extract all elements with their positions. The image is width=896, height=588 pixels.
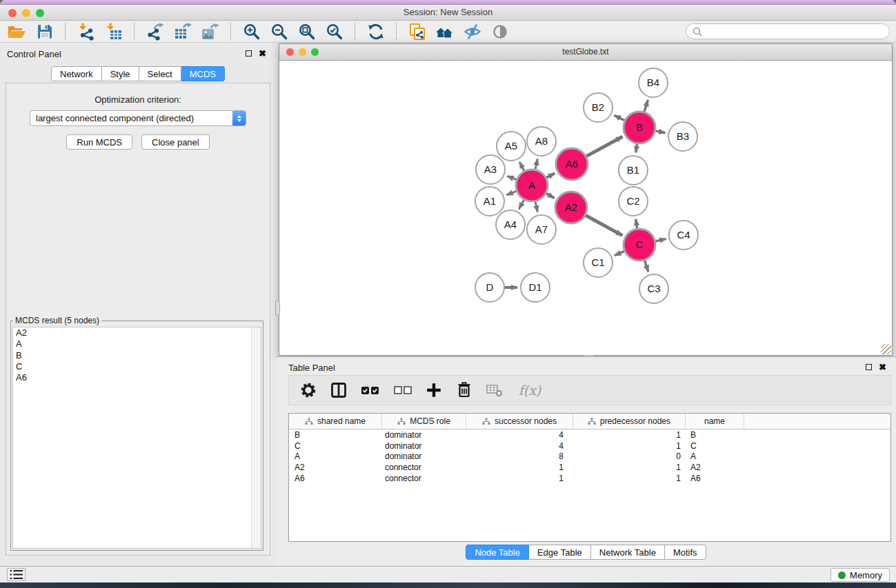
graph-edge-A-A2[interactable] [546,193,555,198]
close-table-panel-icon[interactable]: ✖ [879,363,886,372]
window-resize-grip[interactable] [881,344,891,354]
close-network-window-button[interactable] [286,48,294,56]
unselect-all-columns-button[interactable] [392,380,414,401]
column-header-predecessor-nodes[interactable]: predecessor nodes [573,414,686,429]
table-row[interactable]: A2 connector 1 1 A2 [289,462,890,473]
refresh-button[interactable] [365,22,386,41]
graph-edge-A-A8[interactable] [535,159,538,170]
export-table-button[interactable] [172,22,193,41]
hide-selected-button[interactable] [461,22,483,41]
tab-motifs[interactable]: Motifs [665,545,706,560]
tab-mcds[interactable]: MCDS [181,66,225,81]
minimize-window-button[interactable] [22,9,30,17]
toolbar-separator [230,23,231,40]
export-network-button[interactable] [144,22,166,41]
column-header-mcds-role[interactable]: MCDS role [382,414,466,429]
close-window-button[interactable] [8,9,17,17]
save-session-button[interactable] [34,22,55,41]
graph-edge-A2-C[interactable] [585,215,622,236]
column-header-successor-nodes[interactable]: successor nodes [466,414,573,429]
graph-edge-C-C4[interactable] [655,239,666,242]
tab-node-table[interactable]: Node Table [466,545,529,560]
export-image-button[interactable] [199,22,221,41]
zoom-network-window-button[interactable] [311,48,319,56]
cell-successor-nodes: 1 [466,463,573,472]
search-input[interactable] [706,26,883,37]
table-settings-button[interactable] [298,380,319,401]
table-row[interactable]: A dominator 8 0 A [289,451,890,462]
tab-style[interactable]: Style [102,66,139,81]
result-item[interactable]: A [13,338,261,349]
graph-edge-A-A6[interactable] [546,173,555,178]
search-box[interactable] [686,23,890,39]
graph-edge-A6-B[interactable] [586,136,622,156]
tab-select[interactable]: Select [139,66,181,81]
first-neighbors-button[interactable] [434,22,455,41]
create-column-button[interactable] [424,380,444,401]
graph-edge-A-A1[interactable] [506,191,517,195]
memory-button[interactable]: Memory [830,568,890,582]
graph-edge-B-B2[interactable] [614,115,625,121]
zoom-window-button[interactable] [36,9,44,17]
close-panel-icon[interactable]: ✖ [259,49,266,58]
result-item[interactable]: B [13,350,261,361]
column-header-name[interactable]: name [686,414,744,429]
delete-column-button[interactable] [454,380,475,401]
run-mcds-button[interactable]: Run MCDS [66,134,132,150]
header-filler [744,414,890,429]
delete-table-button[interactable] [484,380,505,401]
graph-edge-C-C1[interactable] [615,251,625,256]
network-window-titlebar[interactable]: testGlobe.txt [279,44,892,61]
graph-edge-A-A7[interactable] [535,201,538,212]
table-row[interactable]: B dominator 4 1 B [289,429,890,440]
graph-edge-A-A3[interactable] [507,176,517,179]
graph-edge-A-A4[interactable] [519,199,524,209]
save-floppy-icon [37,23,53,40]
zoom-in-icon [243,23,261,41]
float-table-panel-icon[interactable] [866,364,872,370]
zoom-in-button[interactable] [241,22,262,41]
zoom-selected-button[interactable] [323,22,345,41]
table-panel: Table Panel ✖ [276,356,896,566]
import-table-icon [105,23,123,41]
show-columns-button[interactable] [328,380,349,401]
graph-edge-C-C3[interactable] [644,260,648,272]
graph-edge-A-A5[interactable] [519,162,524,172]
tab-edge-table[interactable]: Edge Table [529,545,591,560]
close-panel-button[interactable]: Close panel [141,134,210,150]
float-panel-icon[interactable] [246,50,252,57]
result-item[interactable]: C [13,361,261,372]
graph-edge-B-B1[interactable] [636,143,637,153]
minimize-network-window-button[interactable] [299,48,306,56]
optimization-criterion-select[interactable]: largest connected component (directed) [30,110,246,126]
checked-boxes-icon [361,385,380,395]
clone-network-button[interactable] [406,22,428,41]
graph-edge-B-B4[interactable] [644,100,648,112]
function-builder-button[interactable]: f(x) [515,380,545,401]
mcds-result-title: MCDS result (5 nodes) [13,316,101,325]
show-task-history-button[interactable] [7,568,26,581]
result-scrollbar[interactable] [251,327,261,548]
result-item[interactable]: A2 [13,327,261,338]
export-network-icon [146,23,164,41]
zoom-out-button[interactable] [268,22,290,41]
column-header-shared-name[interactable]: shared name [289,414,382,429]
panel-divider-handle-vertical[interactable] [275,301,280,316]
import-table-button[interactable] [103,22,124,41]
cell-successor-nodes: 8 [466,452,573,461]
table-row[interactable]: C dominator 4 1 C [289,440,890,452]
network-graph[interactable]: AA1A2A3A4A5A6A7A8BB1B2B3B4CC1C2C3C4DD1 [279,61,892,355]
graph-edge-C-C2[interactable] [636,219,637,230]
show-graphics-details-button[interactable] [489,22,510,41]
tab-network[interactable]: Network [51,66,102,81]
import-network-button[interactable] [75,22,97,41]
zoom-fit-icon [298,23,316,41]
select-all-columns-button[interactable] [359,380,382,401]
result-item[interactable]: A6 [13,372,261,383]
open-session-button[interactable] [6,22,28,41]
table-row[interactable]: A6 connector 1 1 A6 [289,473,890,484]
zoom-fit-button[interactable] [296,22,317,41]
graph-edge-B-B3[interactable] [655,131,666,133]
network-canvas[interactable]: AA1A2A3A4A5A6A7A8BB1B2B3B4CC1C2C3C4DD1 [279,61,892,355]
tab-network-table[interactable]: Network Table [591,545,665,560]
